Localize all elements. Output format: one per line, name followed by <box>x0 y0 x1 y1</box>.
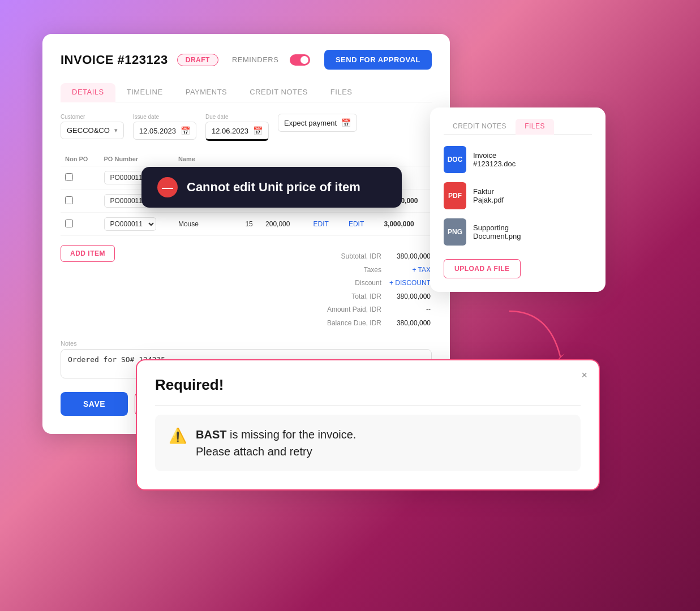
expect-payment-field: Expect payment 📅 <box>278 114 357 141</box>
divider <box>155 405 581 406</box>
warning-icon: ⚠️ <box>169 427 187 445</box>
col-ponumber: PO Number <box>100 152 174 166</box>
col-qty <box>241 152 261 166</box>
calendar-icon-payment[interactable]: 📅 <box>341 118 351 127</box>
subtotal-value: 380,00,000 <box>389 251 431 263</box>
total-label: Total, IDR <box>327 291 388 303</box>
row3-edit2[interactable]: EDIT <box>344 213 379 236</box>
col-nonpo: Non PO <box>61 152 100 166</box>
balance-due-value: 380,00,000 <box>389 317 431 330</box>
table-row: PO000011 Mouse 15 200,000 EDIT EDIT 3,00… <box>61 213 432 236</box>
invoice-tabs: DETAILS TIMELINE PAYMENTS CREDIT NOTES F… <box>61 83 432 102</box>
save-button[interactable]: SAVE <box>61 392 128 416</box>
file-name-png: SupportingDocument.png <box>473 223 521 240</box>
files-tab-files[interactable]: FILES <box>516 119 554 135</box>
required-message: ⚠️ BAST is missing for the invoice.Pleas… <box>155 415 581 471</box>
file-icon-doc: DOC <box>444 146 466 173</box>
taxes-link[interactable]: + TAX <box>389 264 431 277</box>
issue-date-label: Issue date <box>133 114 196 120</box>
send-approval-button[interactable]: SEND FOR APPROVAL <box>324 50 432 70</box>
reminders-toggle[interactable] <box>290 54 310 66</box>
issue-date-input[interactable]: 12.05.2023 📅 <box>133 122 196 140</box>
row1-check[interactable] <box>61 166 100 190</box>
customer-value: GECCO&CO <box>67 126 110 135</box>
add-item-button[interactable]: ADD ITEM <box>61 245 115 262</box>
col-edit2 <box>344 152 379 166</box>
file-item-png: PNG SupportingDocument.png <box>444 218 592 246</box>
file-name-doc: Invoice#123123.doc <box>473 151 516 168</box>
invoice-header: INVOICE #123123 DRAFT REMINDERS SEND FOR… <box>61 50 432 70</box>
due-date-value: 12.06.2023 <box>212 127 248 135</box>
balance-due-label: Balance Due, IDR <box>327 317 388 330</box>
file-name-pdf: FakturPajak.pdf <box>473 187 504 204</box>
draft-badge: DRAFT <box>177 54 218 66</box>
error-tooltip: — Cannot edit Unit price of item <box>141 167 402 208</box>
taxes-label: Taxes <box>327 264 388 277</box>
tab-details[interactable]: DETAILS <box>61 83 115 102</box>
discount-link[interactable]: + DISCOUNT <box>389 277 431 290</box>
row3-total: 3,000,000 <box>379 213 432 236</box>
row3-name: Mouse <box>174 213 241 236</box>
due-date-input[interactable]: 12.06.2023 📅 <box>205 122 269 141</box>
file-item-pdf: PDF FakturPajak.pdf <box>444 182 592 209</box>
issue-date-value: 12.05.2023 <box>139 127 176 135</box>
dropdown-icon: ▾ <box>114 127 118 134</box>
row3-po[interactable]: PO000011 <box>100 213 174 236</box>
due-date-label: Due date <box>205 114 269 120</box>
total-value: 380,00,000 <box>389 291 431 303</box>
row2-check[interactable] <box>61 190 100 213</box>
customer-field: Customer GECCO&CO ▾ <box>61 114 124 141</box>
tab-credit-notes[interactable]: CREDIT NOTES <box>238 83 319 102</box>
required-close-button[interactable]: × <box>581 369 587 381</box>
file-item-doc: DOC Invoice#123123.doc <box>444 146 592 173</box>
reminders-label: REMINDERS <box>232 55 279 64</box>
summary-section: Subtotal, IDR 380,00,000 Taxes + TAX Dis… <box>326 249 432 331</box>
calendar-icon-due[interactable]: 📅 <box>253 126 263 135</box>
notes-label: Notes <box>61 340 432 347</box>
discount-label: Discount <box>327 277 388 290</box>
col-price <box>261 152 308 166</box>
required-title: Required! <box>155 376 581 394</box>
expect-payment-input[interactable]: Expect payment 📅 <box>278 114 357 132</box>
issue-date-field: Issue date 12.05.2023 📅 <box>133 114 196 141</box>
error-message: Cannot edit Unit price of item <box>187 180 360 195</box>
calendar-icon-issue[interactable]: 📅 <box>181 126 190 135</box>
subtotal-label: Subtotal, IDR <box>327 251 388 263</box>
file-icon-pdf: PDF <box>444 182 466 209</box>
amount-paid-label: Amount Paid, IDR <box>327 304 388 316</box>
files-panel: CREDIT NOTES FILES DOC Invoice#123123.do… <box>430 107 605 292</box>
file-icon-png: PNG <box>444 218 466 246</box>
row3-edit1[interactable]: EDIT <box>308 213 343 236</box>
error-icon: — <box>157 177 178 197</box>
tab-timeline[interactable]: TIMELINE <box>115 83 174 102</box>
tab-payments[interactable]: PAYMENTS <box>174 83 239 102</box>
col-edit1 <box>308 152 343 166</box>
invoice-title: INVOICE #123123 <box>61 53 168 67</box>
files-panel-tabs: CREDIT NOTES FILES <box>444 119 592 135</box>
col-name: Name <box>174 152 241 166</box>
form-row: Customer GECCO&CO ▾ Issue date 12.05.202… <box>61 114 432 141</box>
required-bold: BAST <box>196 428 226 441</box>
col-total <box>379 152 432 166</box>
required-msg-text: BAST is missing for the invoice.Please a… <box>196 426 356 460</box>
customer-label: Customer <box>61 114 124 120</box>
required-popup: × Required! ⚠️ BAST is missing for the i… <box>136 359 600 490</box>
amount-paid-value: -- <box>389 304 431 316</box>
row3-check[interactable] <box>61 213 100 236</box>
expect-payment-label: Expect payment <box>284 119 337 127</box>
files-tab-credit-notes[interactable]: CREDIT NOTES <box>444 119 516 135</box>
due-date-field: Due date 12.06.2023 📅 <box>205 114 269 141</box>
summary-table: Subtotal, IDR 380,00,000 Taxes + TAX Dis… <box>326 249 432 331</box>
row3-price: 200,000 <box>261 213 308 236</box>
upload-file-button[interactable]: UPLOAD A FILE <box>444 259 521 278</box>
tab-files[interactable]: FILES <box>319 83 364 102</box>
row3-qty: 15 <box>241 213 261 236</box>
customer-input[interactable]: GECCO&CO ▾ <box>61 122 124 139</box>
